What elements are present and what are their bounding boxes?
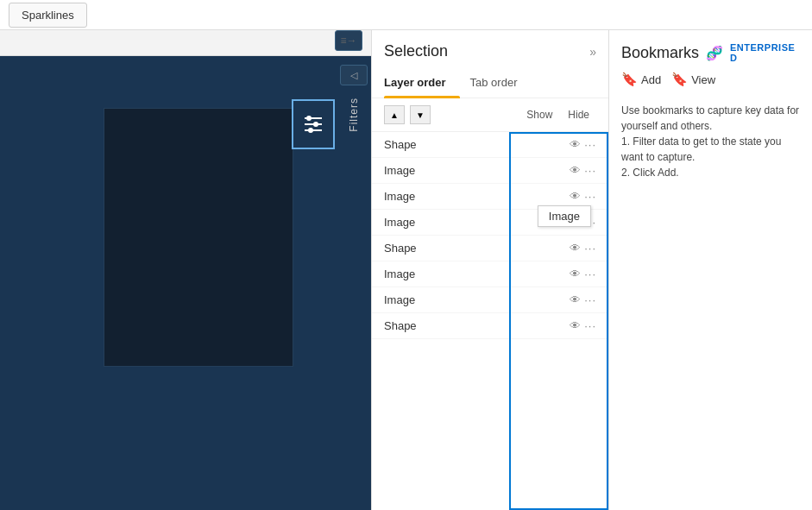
svg-point-3 xyxy=(313,122,318,127)
layer-controls: 👁 ··· xyxy=(570,293,596,306)
main-area: ≡→ ◁ Filters xyxy=(0,30,812,510)
view-bookmark-icon: 🔖 xyxy=(671,72,688,87)
more-icon[interactable]: ··· xyxy=(584,293,596,306)
more-icon[interactable]: ··· xyxy=(584,164,596,177)
filters-panel: ◁ Filters xyxy=(337,56,371,510)
filters-label: Filters xyxy=(348,98,360,132)
layer-name: Image xyxy=(384,268,415,280)
enterprise-label: ENTERPRISE D xyxy=(730,42,800,63)
eye-icon[interactable]: 👁 xyxy=(570,293,581,306)
tab-layer-order[interactable]: Layer order xyxy=(384,69,460,98)
layer-list: Image Shape 👁 ··· Image 👁 ··· xyxy=(372,132,608,510)
canvas-dark-rect xyxy=(104,108,293,367)
layer-controls: 👁 ··· xyxy=(570,268,596,280)
layer-item[interactable]: Image 👁 ··· xyxy=(372,158,608,184)
more-icon[interactable]: ··· xyxy=(584,268,596,280)
layer-item[interactable]: Image 👁 ··· xyxy=(372,261,608,287)
layer-controls: 👁 ··· xyxy=(570,164,596,177)
selection-panel: Selection » Layer order Tab order ▲ ▼ Sh… xyxy=(371,30,608,510)
bookmarks-header: Bookmarks 🧬 ENTERPRISE D xyxy=(609,30,812,72)
sort-down-button[interactable]: ▼ xyxy=(410,105,431,124)
selection-chevron[interactable]: » xyxy=(589,45,596,59)
hide-button[interactable]: Hide xyxy=(561,107,596,123)
layer-controls: 👁 ··· xyxy=(570,242,596,255)
right-panels: Selection » Layer order Tab order ▲ ▼ Sh… xyxy=(371,30,812,510)
image-tooltip: Image xyxy=(538,205,591,227)
sort-controls: ▲ ▼ Show Hide xyxy=(372,98,608,132)
layer-controls: 👁 ··· xyxy=(570,319,596,332)
layer-item[interactable]: Shape 👁 ··· xyxy=(372,313,608,339)
add-bookmark-label: Add xyxy=(641,73,661,86)
layer-item[interactable]: Shape 👁 ··· xyxy=(372,132,608,158)
eye-icon[interactable]: 👁 xyxy=(570,319,581,332)
sliders-icon-box[interactable] xyxy=(292,99,335,149)
more-icon[interactable]: ··· xyxy=(584,242,596,255)
eye-icon[interactable]: 👁 xyxy=(570,268,581,280)
tab-tab-order[interactable]: Tab order xyxy=(470,69,532,98)
layer-item[interactable]: Image 👁 ··· xyxy=(372,287,608,313)
filters-collapse-icon[interactable]: ◁ xyxy=(340,65,368,85)
canvas-top-bar: ≡→ xyxy=(0,30,371,56)
view-bookmark-label: View xyxy=(691,73,715,86)
svg-point-1 xyxy=(306,116,312,121)
layer-name: Shape xyxy=(384,138,417,151)
view-bookmark-button[interactable]: 🔖 View xyxy=(671,72,715,87)
show-hide-group: Show Hide xyxy=(519,107,596,123)
selection-panel-header: Selection » xyxy=(372,30,608,69)
add-bookmark-button[interactable]: 🔖 Add xyxy=(621,72,661,87)
canvas-area: ≡→ ◁ Filters xyxy=(0,30,371,510)
svg-point-5 xyxy=(308,128,313,133)
canvas-inner: ◁ Filters xyxy=(0,56,371,510)
layer-name: Image xyxy=(384,164,415,177)
layer-item[interactable]: Shape 👁 ··· xyxy=(372,236,608,261)
show-button[interactable]: Show xyxy=(519,107,559,123)
layer-name: Image xyxy=(384,216,415,229)
eye-icon[interactable]: 👁 xyxy=(570,138,581,151)
layer-name: Image xyxy=(384,293,415,306)
more-icon[interactable]: ··· xyxy=(584,319,596,332)
selection-tabs: Layer order Tab order xyxy=(372,69,608,98)
layer-controls: 👁 ··· xyxy=(570,190,596,203)
collapse-button[interactable]: ≡→ xyxy=(335,30,362,51)
add-bookmark-icon: 🔖 xyxy=(621,72,638,87)
layer-name: Shape xyxy=(384,319,417,332)
bookmarks-description: Use bookmarks to capture key data for yo… xyxy=(609,96,812,187)
sort-up-button[interactable]: ▲ xyxy=(384,105,405,124)
layer-name: Image xyxy=(384,190,415,203)
more-icon[interactable]: ··· xyxy=(584,190,596,203)
bookmarks-panel: Bookmarks 🧬 ENTERPRISE D 🔖 Add 🔖 View Us… xyxy=(608,30,812,510)
top-bar: Sparklines xyxy=(0,0,812,30)
sparklines-tab[interactable]: Sparklines xyxy=(9,3,87,28)
bookmarks-title: Bookmarks xyxy=(621,44,699,62)
layer-name: Shape xyxy=(384,242,417,255)
eye-icon[interactable]: 👁 xyxy=(570,164,581,177)
eye-icon[interactable]: 👁 xyxy=(570,242,581,255)
bookmarks-actions: 🔖 Add 🔖 View xyxy=(609,72,812,96)
layer-controls: 👁 ··· xyxy=(570,138,596,151)
selection-title: Selection xyxy=(384,42,448,60)
dna-icon: 🧬 xyxy=(706,45,723,61)
more-icon[interactable]: ··· xyxy=(584,138,596,151)
sliders-icon xyxy=(300,111,326,137)
eye-icon[interactable]: 👁 xyxy=(570,190,581,203)
